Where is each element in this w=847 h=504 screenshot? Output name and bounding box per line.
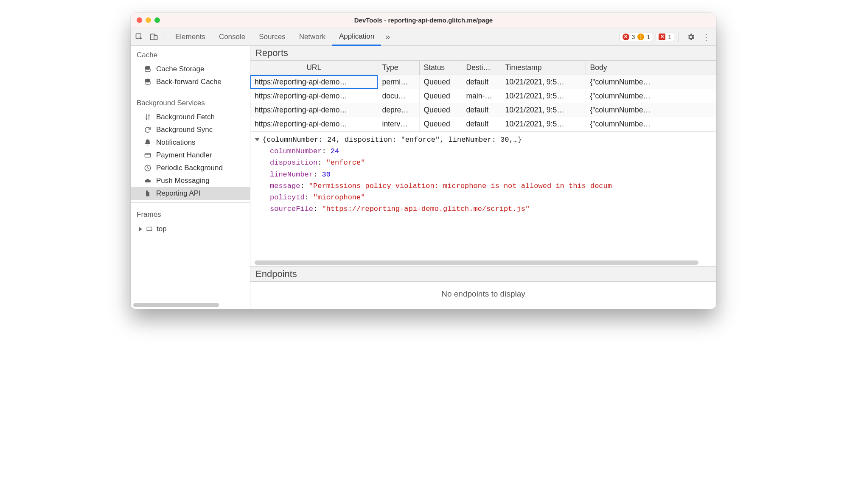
tab-elements[interactable]: Elements: [168, 28, 212, 45]
table-cell: https://reporting-api-demo…: [250, 103, 378, 117]
tab-application[interactable]: Application: [332, 28, 381, 46]
table-row[interactable]: https://reporting-api-demo…permi…Queuedd…: [250, 75, 716, 90]
column-header[interactable]: Desti…: [462, 61, 501, 75]
issues-counter[interactable]: ✕1: [656, 33, 674, 41]
cloud-icon: [143, 177, 152, 184]
expand-icon[interactable]: [139, 227, 142, 231]
reporting-api-panel: Reports URLTypeStatusDesti…TimestampBody…: [250, 46, 716, 309]
tab-network[interactable]: Network: [292, 28, 332, 45]
table-cell: 10/21/2021, 9:5…: [501, 117, 586, 131]
table-cell: https://reporting-api-demo…: [250, 117, 378, 131]
toolbar-separator: [679, 32, 679, 42]
table-row[interactable]: https://reporting-api-demo…docu…Queuedma…: [250, 89, 716, 103]
report-json-viewer[interactable]: {columnNumber: 24, disposition: "enforce…: [250, 131, 716, 260]
tab-label: Elements: [175, 33, 205, 41]
frames-item[interactable]: top: [131, 222, 250, 236]
json-property[interactable]: policyId: "microphone": [255, 192, 712, 203]
sidebar-item-payment-handler[interactable]: Payment Handler: [131, 149, 250, 162]
sidebar-item-label: Reporting API: [156, 189, 201, 198]
json-property[interactable]: lineNumber: 30: [255, 169, 712, 180]
table-cell: Queued: [419, 117, 462, 131]
table-row[interactable]: https://reporting-api-demo…interv…Queued…: [250, 117, 716, 131]
table-cell: https://reporting-api-demo…: [250, 75, 378, 90]
table-cell: Queued: [419, 89, 462, 103]
sidebar-section-title: Frames: [131, 205, 250, 222]
device-toolbar-icon[interactable]: [149, 33, 159, 41]
svg-rect-8: [147, 227, 152, 230]
tab-sources[interactable]: Sources: [252, 28, 292, 45]
json-property[interactable]: sourceFile: "https://reporting-api-demo.…: [255, 203, 712, 215]
devtools-window: DevTools - reporting-api-demo.glitch.me/…: [131, 13, 716, 309]
column-header[interactable]: Status: [419, 61, 462, 75]
json-summary-line[interactable]: {columnNumber: 24, disposition: "enforce…: [255, 134, 712, 146]
issue-icon: ✕: [659, 34, 665, 40]
reports-heading: Reports: [250, 46, 716, 61]
sidebar-item-reporting-api[interactable]: Reporting API: [131, 187, 250, 200]
close-window-button[interactable]: [137, 17, 142, 23]
table-cell: https://reporting-api-demo…: [250, 89, 378, 103]
table-cell: 10/21/2021, 9:5…: [501, 103, 586, 117]
tab-label: Sources: [259, 33, 285, 41]
clock-icon: [143, 164, 152, 172]
table-cell: docu…: [378, 89, 419, 103]
json-property[interactable]: disposition: "enforce": [255, 157, 712, 168]
database-icon: [143, 78, 152, 86]
tabs-overflow-button[interactable]: »: [381, 32, 394, 42]
frame-icon: [146, 226, 153, 232]
column-header[interactable]: URL: [250, 61, 378, 75]
issue-count: 1: [668, 34, 671, 40]
json-property[interactable]: message: "Permissions policy violation: …: [255, 180, 712, 192]
sidebar-item-label: Background Fetch: [156, 113, 215, 121]
sidebar-item-push-messaging[interactable]: Push Messaging: [131, 174, 250, 187]
tab-label: Network: [299, 33, 325, 41]
table-cell: main-…: [462, 89, 501, 103]
table-cell: default: [462, 103, 501, 117]
settings-button[interactable]: [683, 33, 698, 41]
sidebar-item-notifications[interactable]: Notifications: [131, 136, 250, 149]
collapse-icon[interactable]: [255, 138, 260, 141]
sync-icon: [143, 126, 152, 134]
table-cell: Queued: [419, 103, 462, 117]
sidebar-item-label: Periodic Background: [156, 164, 223, 172]
table-cell: {"columnNumbe…: [586, 103, 716, 117]
sidebar-item-background-fetch[interactable]: Background Fetch: [131, 111, 250, 123]
application-sidebar: CacheCache StorageBack-forward CacheBack…: [131, 46, 250, 309]
column-header[interactable]: Type: [378, 61, 419, 75]
table-cell: {"columnNumbe…: [586, 75, 716, 90]
console-counter[interactable]: ✕3 !1: [620, 33, 653, 41]
sidebar-item-label: Background Sync: [156, 126, 213, 134]
json-property[interactable]: columnNumber: 24: [255, 146, 712, 157]
sidebar-item-periodic-background[interactable]: Periodic Background: [131, 162, 250, 174]
table-cell: 10/21/2021, 9:5…: [501, 75, 586, 90]
sidebar-item-label: Push Messaging: [156, 176, 210, 185]
endpoints-empty-message: No endpoints to display: [250, 282, 716, 309]
tab-console[interactable]: Console: [212, 28, 252, 45]
minimize-window-button[interactable]: [146, 17, 151, 23]
sidebar-scrollbar[interactable]: [133, 303, 247, 307]
main-area: CacheCache StorageBack-forward CacheBack…: [131, 46, 716, 309]
database-icon: [143, 65, 152, 73]
more-options-button[interactable]: ⋮: [698, 32, 714, 42]
table-cell: depre…: [378, 103, 419, 117]
table-row[interactable]: https://reporting-api-demo…depre…Queuedd…: [250, 103, 716, 117]
inspect-element-icon[interactable]: [135, 33, 143, 41]
sidebar-item-label: Back-forward Cache: [156, 78, 222, 86]
sidebar-item-cache-storage[interactable]: Cache Storage: [131, 63, 250, 76]
column-header[interactable]: Timestamp: [501, 61, 586, 75]
scrollbar-thumb[interactable]: [133, 303, 219, 307]
table-cell: {"columnNumbe…: [586, 89, 716, 103]
sidebar-item-label: Cache Storage: [156, 65, 204, 73]
table-cell: permi…: [378, 75, 419, 90]
sidebar-item-background-sync[interactable]: Background Sync: [131, 123, 250, 136]
column-header[interactable]: Body: [586, 61, 716, 75]
zoom-window-button[interactable]: [154, 17, 160, 23]
tab-label: Application: [339, 32, 374, 41]
sidebar-item-back-forward-cache[interactable]: Back-forward Cache: [131, 76, 250, 88]
table-cell: Queued: [419, 75, 462, 90]
file-icon: [143, 190, 152, 197]
titlebar: DevTools - reporting-api-demo.glitch.me/…: [131, 13, 716, 28]
table-header-row: URLTypeStatusDesti…TimestampBody: [250, 61, 716, 75]
scrollbar-thumb[interactable]: [255, 260, 698, 265]
table-cell: interv…: [378, 117, 419, 131]
horizontal-scrollbar[interactable]: [250, 260, 716, 266]
